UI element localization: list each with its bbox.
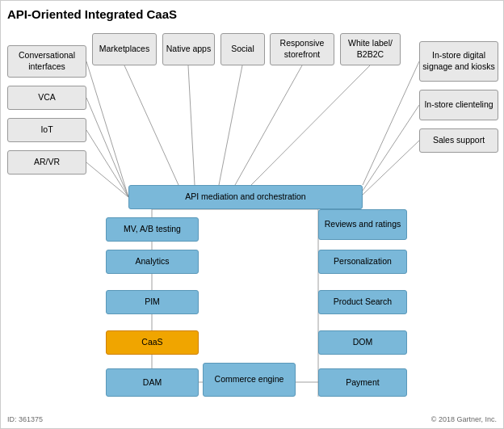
svg-line-5	[188, 65, 195, 185]
api-mediation-box: API mediation and orchestration	[128, 185, 363, 209]
box-iot: IoT	[7, 118, 86, 142]
svg-line-1	[86, 98, 128, 197]
box-analytics: Analytics	[106, 250, 199, 274]
box-in-store-clienteling: In-store clienteling	[419, 90, 498, 120]
box-reviews-ratings: Reviews and ratings	[318, 209, 407, 240]
box-commerce-engine: Commerce engine	[203, 363, 296, 397]
box-dom: DOM	[318, 330, 407, 355]
svg-line-11	[363, 141, 419, 195]
box-responsive-storefront: Responsive storefront	[270, 33, 334, 65]
box-personalization: Personalization	[318, 250, 407, 274]
svg-line-2	[86, 130, 128, 197]
footer-id: ID: 361375	[7, 415, 43, 423]
box-pim: PIM	[106, 290, 199, 314]
box-social: Social	[220, 33, 265, 65]
box-conversational: Conversational interfaces	[7, 45, 86, 78]
svg-line-8	[251, 65, 370, 185]
svg-line-6	[219, 65, 242, 185]
svg-line-10	[363, 105, 419, 191]
box-marketplaces: Marketplaces	[92, 33, 157, 65]
box-white-label: White label/ B2B2C	[340, 33, 401, 65]
box-in-store-digital: In-store digital signage and kiosks	[419, 41, 498, 82]
page-title: API-Oriented Integrated CaaS	[7, 7, 177, 21]
box-arvr: AR/VR	[7, 150, 86, 175]
box-native-apps: Native apps	[162, 33, 215, 65]
box-caas: CaaS	[106, 330, 199, 355]
svg-line-4	[124, 65, 178, 185]
footer-copyright: © 2018 Gartner, Inc.	[431, 415, 497, 423]
box-mv-ab: MV, A/B testing	[106, 217, 199, 242]
box-payment: Payment	[318, 368, 407, 397]
box-sales-support: Sales support	[419, 128, 498, 153]
box-vca: VCA	[7, 86, 86, 110]
page-container: API-Oriented Integrated CaaS Conversatio…	[0, 0, 504, 429]
box-product-search: Product Search	[318, 290, 407, 314]
svg-line-9	[363, 61, 419, 185]
svg-line-3	[86, 162, 128, 197]
svg-line-0	[86, 61, 128, 197]
box-dam: DAM	[106, 368, 199, 397]
svg-line-7	[235, 65, 302, 185]
